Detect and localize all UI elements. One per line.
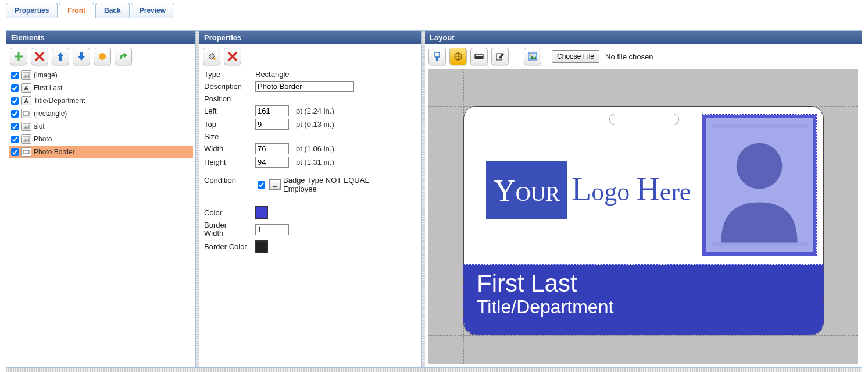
logo-text-your: YOUR [494, 173, 560, 208]
element-label: (rectangle) [34, 109, 67, 118]
first-last-text: First Last [477, 271, 810, 296]
text-icon: A [21, 96, 31, 105]
svg-point-2 [99, 53, 106, 60]
prop-type-value: Rectangle [255, 70, 290, 79]
prop-width-label: Width [204, 144, 251, 153]
element-label: slot [34, 122, 45, 130]
prop-description: Description [199, 80, 421, 93]
element-row-title-dept[interactable]: A Title/Department [9, 94, 193, 107]
file-status: No file chosen [605, 52, 653, 61]
prop-height-unit: pt (1.31 in.) [296, 158, 334, 166]
prop-border-color: Border Color [199, 239, 421, 254]
condition-edit-button[interactable]: ... [269, 179, 281, 190]
paint-bucket-icon [206, 51, 217, 62]
badge-card[interactable]: YOUR Logo Here First Last [463, 106, 824, 335]
x-icon [227, 51, 238, 62]
prop-border-width-label: Border Width [204, 221, 239, 238]
height-input[interactable] [255, 157, 289, 168]
element-visible-checkbox[interactable] [11, 97, 19, 105]
portrait-pen-icon [495, 51, 505, 62]
apply-style-button[interactable] [203, 48, 220, 65]
photo-border-element[interactable] [702, 115, 816, 256]
svg-rect-10 [23, 150, 29, 154]
arrow-up-icon [55, 51, 66, 62]
prop-width-unit: pt (1.06 in.) [296, 144, 334, 153]
top-input[interactable] [255, 119, 289, 130]
element-label: (image) [34, 71, 58, 79]
element-label: First Last [34, 84, 62, 92]
send-back-button[interactable] [115, 48, 132, 65]
delete-prop-button[interactable] [224, 48, 241, 65]
element-row-photo[interactable]: Photo [9, 133, 193, 146]
title-department-text: Title/Department [477, 296, 810, 318]
design-canvas[interactable]: YOUR Logo Here First Last [428, 69, 858, 364]
connector-button[interactable] [428, 48, 446, 65]
element-label: Photo [34, 135, 52, 143]
move-up-button[interactable] [52, 48, 69, 65]
add-button[interactable] [10, 48, 27, 65]
element-row-image[interactable]: (image) [9, 69, 193, 82]
element-visible-checkbox[interactable] [11, 84, 19, 92]
svg-point-11 [213, 58, 216, 60]
arrow-down-icon [76, 51, 87, 62]
send-front-button[interactable] [94, 48, 111, 65]
circle-front-icon [97, 51, 108, 62]
element-visible-checkbox[interactable] [11, 123, 19, 130]
tab-front[interactable]: Front [59, 3, 94, 18]
landscape-button[interactable] [470, 48, 488, 65]
svg-rect-1 [15, 56, 23, 58]
card-slot[interactable] [609, 114, 679, 125]
condition-checkbox[interactable] [258, 181, 265, 189]
svg-point-19 [530, 55, 532, 56]
image-tool-button[interactable] [524, 48, 541, 65]
name-bar[interactable]: First Last Title/Department [464, 265, 823, 335]
photo-placeholder [712, 124, 807, 246]
prop-border-width: Border Width [199, 220, 421, 239]
portrait-button[interactable] [491, 48, 509, 65]
element-visible-checkbox[interactable] [11, 72, 19, 79]
prop-top-label: Top [204, 120, 251, 129]
bottom-resize-handle[interactable] [6, 368, 862, 372]
element-visible-checkbox[interactable] [11, 110, 19, 118]
prop-description-label: Description [204, 82, 251, 91]
guide-h [428, 335, 858, 336]
left-input[interactable] [255, 105, 289, 116]
rect-icon [21, 147, 31, 157]
panel-layout: Layout Choose File No file chosen [425, 31, 862, 367]
choose-file-button[interactable]: Choose File [552, 50, 599, 63]
prop-height-label: Height [204, 158, 251, 166]
element-row-first-last[interactable]: A First Last [9, 82, 193, 94]
svg-rect-12 [435, 52, 440, 57]
tab-back[interactable]: Back [95, 3, 130, 18]
element-visible-checkbox[interactable] [11, 148, 19, 156]
prop-size-section: Size [199, 131, 421, 142]
element-row-rectangle[interactable]: (rectangle) [9, 107, 193, 120]
image-icon [21, 122, 31, 131]
move-down-button[interactable] [73, 48, 90, 65]
prop-position-section: Position [199, 93, 421, 104]
element-row-slot[interactable]: slot [9, 120, 193, 133]
prop-color-label: Color [204, 208, 251, 217]
badge-button[interactable] [449, 48, 467, 65]
element-visible-checkbox[interactable] [11, 136, 19, 143]
prop-border-color-label: Border Color [204, 242, 251, 251]
border-color-picker[interactable] [255, 240, 268, 253]
width-input[interactable] [255, 143, 289, 154]
description-input[interactable] [255, 81, 354, 92]
globe-icon [453, 51, 463, 62]
prop-size-label: Size [204, 132, 251, 141]
layout-toolbar: Choose File No file chosen [425, 44, 862, 69]
image-icon [21, 70, 31, 80]
plus-icon [13, 51, 24, 62]
tab-preview[interactable]: Preview [131, 3, 174, 18]
panel-properties: Properties Type Rectangle Description Po… [199, 31, 422, 367]
color-picker[interactable] [255, 206, 268, 219]
logo-box[interactable]: YOUR [486, 161, 567, 219]
image-icon [21, 134, 31, 144]
text-icon: A [21, 83, 31, 93]
tab-properties[interactable]: Properties [6, 3, 58, 18]
svg-point-22 [737, 143, 783, 189]
element-row-photo-border[interactable]: Photo Border [9, 146, 193, 158]
border-width-input[interactable] [255, 224, 289, 235]
delete-button[interactable] [31, 48, 48, 65]
